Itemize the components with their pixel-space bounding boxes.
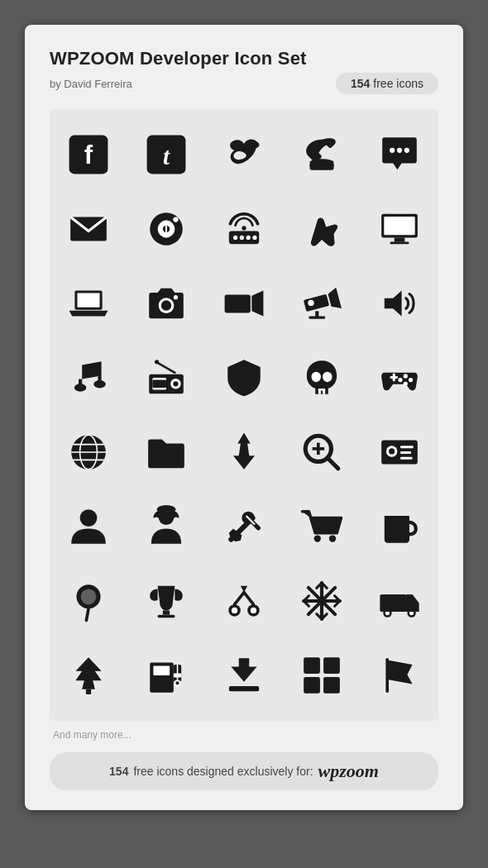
volume-icon bbox=[361, 266, 438, 341]
monitor-icon bbox=[361, 192, 438, 266]
card-author: by David Ferreira bbox=[50, 78, 132, 90]
svg-rect-88 bbox=[158, 615, 175, 618]
svg-point-19 bbox=[240, 236, 244, 240]
svg-line-94 bbox=[244, 593, 253, 605]
user-icon bbox=[50, 489, 127, 564]
svg-point-58 bbox=[409, 378, 413, 382]
svg-point-49 bbox=[155, 360, 159, 364]
svg-marker-33 bbox=[251, 290, 263, 316]
trophy-icon bbox=[127, 564, 205, 638]
card-title: WPZOOM Developer Icon Set bbox=[50, 48, 438, 69]
footer-count: 154 bbox=[109, 765, 128, 778]
globe-icon bbox=[50, 415, 127, 489]
svg-point-51 bbox=[323, 372, 332, 382]
video-camera-icon bbox=[205, 266, 283, 341]
svg-point-9 bbox=[397, 148, 402, 153]
svg-rect-113 bbox=[380, 594, 406, 612]
svg-point-18 bbox=[233, 236, 237, 240]
svg-rect-54 bbox=[318, 389, 325, 391]
router-icon bbox=[205, 192, 283, 266]
svg-point-47 bbox=[173, 381, 178, 386]
svg-point-77 bbox=[80, 509, 98, 527]
svg-line-93 bbox=[235, 593, 244, 605]
svg-point-38 bbox=[308, 300, 313, 306]
footer-label: free icons designed exclusively for: bbox=[133, 765, 313, 778]
svg-marker-123 bbox=[231, 658, 256, 682]
svg-marker-35 bbox=[327, 288, 342, 311]
svg-rect-48 bbox=[152, 380, 166, 388]
svg-rect-34 bbox=[304, 294, 329, 312]
svg-point-22 bbox=[242, 226, 246, 230]
spy-icon bbox=[127, 489, 205, 564]
svg-point-43 bbox=[93, 380, 106, 388]
subtitle-row: by David Ferreira 154 free icons bbox=[50, 73, 438, 94]
svg-point-82 bbox=[314, 535, 321, 541]
svg-point-8 bbox=[390, 148, 395, 153]
svg-rect-28 bbox=[77, 293, 99, 308]
svg-text:f: f bbox=[84, 141, 93, 169]
email-icon bbox=[50, 192, 127, 266]
gas-station-icon bbox=[127, 638, 205, 713]
svg-rect-124 bbox=[229, 686, 259, 691]
svg-rect-127 bbox=[304, 677, 320, 694]
svg-point-121 bbox=[175, 681, 179, 684]
pin-icon bbox=[205, 415, 283, 489]
more-text: And many more... bbox=[50, 729, 438, 741]
phone-icon bbox=[283, 117, 361, 192]
radio-icon bbox=[127, 341, 205, 415]
svg-line-68 bbox=[328, 458, 338, 469]
svg-line-86 bbox=[86, 608, 89, 620]
svg-rect-24 bbox=[384, 217, 414, 235]
svg-point-20 bbox=[246, 236, 251, 240]
gamepad-icon bbox=[361, 341, 438, 415]
security-camera-icon bbox=[283, 266, 361, 341]
svg-rect-56 bbox=[393, 374, 395, 381]
hdd-icon bbox=[127, 192, 205, 266]
svg-point-31 bbox=[174, 295, 178, 299]
icons-grid: f t bbox=[50, 109, 438, 721]
svg-rect-87 bbox=[163, 610, 170, 614]
chat-icon bbox=[361, 117, 438, 192]
svg-point-83 bbox=[329, 535, 336, 541]
truck-icon bbox=[361, 564, 438, 638]
svg-marker-114 bbox=[75, 657, 101, 689]
scissors-icon bbox=[205, 564, 283, 638]
svg-point-85 bbox=[81, 589, 97, 604]
svg-point-4 bbox=[250, 143, 254, 147]
id-card-icon bbox=[361, 415, 438, 489]
laptop-icon bbox=[50, 266, 127, 341]
svg-point-59 bbox=[404, 382, 408, 386]
svg-rect-125 bbox=[304, 657, 320, 674]
svg-text:t: t bbox=[163, 144, 170, 169]
svg-rect-126 bbox=[323, 657, 340, 674]
svg-point-79 bbox=[157, 505, 176, 513]
svg-marker-39 bbox=[385, 290, 402, 316]
tree-icon bbox=[50, 638, 127, 713]
svg-point-10 bbox=[404, 148, 409, 153]
svg-point-42 bbox=[74, 384, 87, 391]
svg-point-50 bbox=[312, 372, 321, 382]
camera-icon bbox=[127, 266, 205, 341]
card-header: WPZOOM Developer Icon Set by David Ferre… bbox=[50, 48, 438, 94]
cart-icon bbox=[283, 489, 361, 564]
svg-rect-117 bbox=[153, 666, 170, 675]
svg-point-15 bbox=[173, 217, 178, 222]
svg-rect-73 bbox=[400, 446, 414, 448]
download-icon bbox=[205, 638, 283, 713]
lollipop-icon bbox=[50, 564, 127, 638]
svg-marker-95 bbox=[241, 586, 247, 593]
snowflake-icon bbox=[283, 564, 361, 638]
main-card: WPZOOM Developer Icon Set by David Ferre… bbox=[25, 25, 463, 810]
svg-rect-37 bbox=[309, 317, 325, 319]
svg-rect-26 bbox=[390, 242, 409, 245]
zoom-in-icon bbox=[283, 415, 361, 489]
twitter-icon: t bbox=[127, 117, 205, 192]
icon-count-badge: 154 free icons bbox=[336, 73, 438, 94]
svg-point-60 bbox=[398, 378, 402, 382]
apps-icon bbox=[283, 638, 361, 713]
svg-rect-129 bbox=[385, 658, 389, 693]
svg-point-76 bbox=[389, 448, 395, 454]
svg-point-7 bbox=[309, 159, 333, 165]
footer-bar: 154 free icons designed exclusively for:… bbox=[50, 752, 438, 790]
folder-icon bbox=[127, 415, 205, 489]
